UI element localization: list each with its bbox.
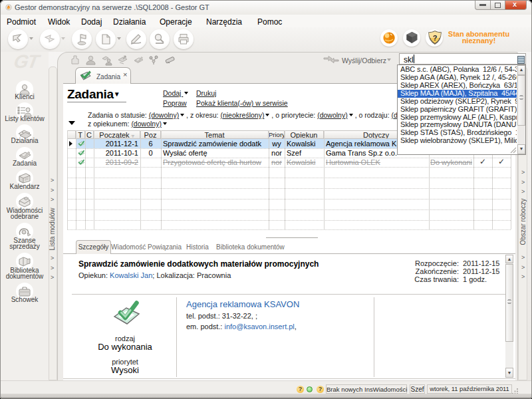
svg-text:?: ?: [433, 34, 438, 42]
